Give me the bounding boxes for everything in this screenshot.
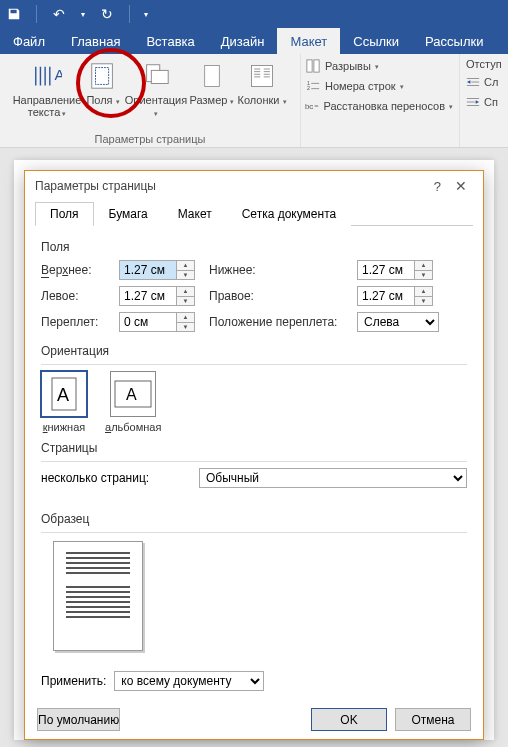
svg-rect-4 <box>151 70 168 83</box>
page-setup-dialog: Параметры страницы ? ✕ Поля Бумага Макет… <box>24 170 484 740</box>
section-preview-label: Образец <box>41 512 467 526</box>
orientation-icon <box>140 60 172 92</box>
ribbon: A Направление текста ▾ Поля ▾ <box>0 54 508 148</box>
save-icon[interactable] <box>6 6 22 22</box>
indent-right-row[interactable]: Сп <box>466 94 496 110</box>
lbl-gutter-pos: Положение переплета: <box>209 315 349 329</box>
spin-down-icon[interactable]: ▼ <box>415 296 433 307</box>
columns-label: Колонки <box>237 94 279 106</box>
spin-down-icon[interactable]: ▼ <box>177 270 195 281</box>
dialog-footer: По умолчанию OK Отмена <box>25 700 483 739</box>
svg-rect-5 <box>205 65 220 86</box>
text-direction-icon: A <box>31 60 63 92</box>
spin-up-icon[interactable]: ▲ <box>177 260 195 270</box>
dlg-tab-paper[interactable]: Бумага <box>94 202 163 226</box>
indent-group: Отступ Сл Сп <box>460 54 502 147</box>
input-right[interactable] <box>357 286 415 306</box>
landscape-icon: A <box>110 371 156 417</box>
spin-up-icon[interactable]: ▲ <box>177 312 195 322</box>
spin-right[interactable]: ▲▼ <box>357 286 435 306</box>
dlg-tab-layout[interactable]: Макет <box>163 202 227 226</box>
dialog-title: Параметры страницы <box>35 179 156 193</box>
tab-references[interactable]: Ссылки <box>340 28 412 54</box>
orientation-landscape[interactable]: A альбомная <box>105 371 161 433</box>
section-margins-label: Поля <box>41 240 467 254</box>
spin-top[interactable]: ▲▼ <box>119 260 197 280</box>
spin-down-icon[interactable]: ▼ <box>177 296 195 307</box>
spin-down-icon[interactable]: ▼ <box>415 270 433 281</box>
orientation-label: Ориентация <box>125 94 187 106</box>
qat-customize-icon[interactable]: ▾ <box>144 10 148 19</box>
input-left[interactable] <box>119 286 177 306</box>
ok-button[interactable]: OK <box>311 708 387 731</box>
orientation-button[interactable]: Ориентация ▾ <box>123 56 189 120</box>
lbl-right: Правое: <box>209 289 349 303</box>
spin-up-icon[interactable]: ▲ <box>177 286 195 296</box>
preview-thumbnail <box>53 541 143 651</box>
landscape-label: альбомная <box>105 421 161 433</box>
tab-home[interactable]: Главная <box>58 28 133 54</box>
spin-up-icon[interactable]: ▲ <box>415 260 433 270</box>
page-setup-extra: Разрывы ▾ 12 Номера строк ▾ bc Расстанов… <box>301 54 459 147</box>
indent-left-row[interactable]: Сл <box>466 74 496 90</box>
spin-gutter[interactable]: ▲▼ <box>119 312 197 332</box>
tab-design[interactable]: Дизайн <box>208 28 278 54</box>
margins-button[interactable]: Поля ▾ <box>83 56 123 120</box>
svg-rect-16 <box>314 60 319 72</box>
dialog-titlebar: Параметры страницы ? ✕ <box>25 171 483 201</box>
columns-icon <box>246 60 278 92</box>
group-page-setup-label: Параметры страницы <box>0 133 300 145</box>
indent-label: Отступ <box>466 58 496 70</box>
orientation-row: A книжная A альбомная <box>41 371 467 433</box>
columns-button[interactable]: Колонки ▾ <box>235 56 289 120</box>
redo-icon[interactable]: ↻ <box>99 6 115 22</box>
undo-icon[interactable]: ↶ <box>51 6 67 22</box>
dialog-help-button[interactable]: ? <box>426 179 449 194</box>
indent-left-label: Сл <box>484 76 498 88</box>
dialog-tabs: Поля Бумага Макет Сетка документа <box>35 201 473 226</box>
dlg-tab-grid[interactable]: Сетка документа <box>227 202 351 226</box>
line-numbers-button[interactable]: 12 Номера строк ▾ <box>305 78 453 94</box>
svg-text:A: A <box>57 385 69 405</box>
default-button[interactable]: По умолчанию <box>37 708 120 731</box>
tab-file[interactable]: Файл <box>0 28 58 54</box>
portrait-label: книжная <box>43 421 86 433</box>
dlg-tab-margins[interactable]: Поля <box>35 202 94 226</box>
input-gutter[interactable] <box>119 312 177 332</box>
title-bar: ↶ ▾ ↻ ▾ <box>0 0 508 28</box>
hyphenation-button[interactable]: bc Расстановка переносов ▾ <box>305 98 453 114</box>
tab-layout[interactable]: Макет <box>277 28 340 54</box>
apply-label: Применить: <box>41 674 106 688</box>
line-numbers-icon: 12 <box>305 78 321 94</box>
text-direction-button[interactable]: A Направление текста ▾ <box>11 56 83 120</box>
undo-menu-icon[interactable]: ▾ <box>81 10 85 19</box>
lbl-gutter: Переплет: <box>41 315 111 329</box>
hyphenation-icon: bc <box>305 98 320 114</box>
size-icon <box>196 60 228 92</box>
tab-insert[interactable]: Вставка <box>133 28 207 54</box>
cancel-button[interactable]: Отмена <box>395 708 471 731</box>
select-apply[interactable]: ко всему документу <box>114 671 264 691</box>
dialog-close-button[interactable]: ✕ <box>449 178 473 194</box>
tab-mailings[interactable]: Рассылки <box>412 28 496 54</box>
spin-left[interactable]: ▲▼ <box>119 286 197 306</box>
size-label: Размер <box>190 94 228 106</box>
lbl-left: Левое: <box>41 289 111 303</box>
select-gutter-pos[interactable]: Слева <box>357 312 439 332</box>
spin-up-icon[interactable]: ▲ <box>415 286 433 296</box>
breaks-button[interactable]: Разрывы ▾ <box>305 58 453 74</box>
portrait-icon: A <box>41 371 87 417</box>
select-multi-pages[interactable]: Обычный <box>199 468 467 488</box>
svg-text:2: 2 <box>307 85 310 91</box>
multi-pages-label: несколько страниц: <box>41 471 191 485</box>
input-bottom[interactable] <box>357 260 415 280</box>
size-button[interactable]: Размер ▾ <box>189 56 235 120</box>
spin-down-icon[interactable]: ▼ <box>177 322 195 333</box>
breaks-label: Разрывы <box>325 60 371 72</box>
margins-label: Поля <box>86 94 112 106</box>
indent-right-label: Сп <box>484 96 498 108</box>
input-top[interactable] <box>119 260 177 280</box>
section-orientation-label: Ориентация <box>41 344 467 358</box>
orientation-portrait[interactable]: A книжная <box>41 371 87 433</box>
spin-bottom[interactable]: ▲▼ <box>357 260 435 280</box>
